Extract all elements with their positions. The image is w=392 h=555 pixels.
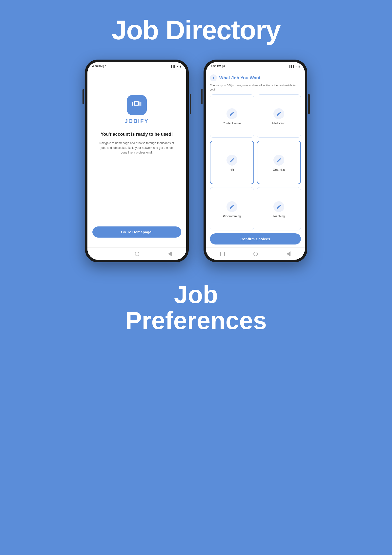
bottom-nav-1	[87, 247, 186, 260]
bottom-title-preferences: Preferences	[125, 307, 267, 334]
welcome-screen: JOBIFY You'r account is ready to be used…	[87, 70, 186, 247]
brand-name: JOBIFY	[125, 118, 149, 124]
graphics-icon-bg	[273, 155, 284, 166]
nav-triangle-icon-2[interactable]	[287, 251, 290, 256]
nav-square-icon[interactable]	[102, 252, 106, 256]
bottom-title-job: Job	[174, 282, 218, 307]
pref-subtitle: Choose up to 3-5 job categories and we w…	[206, 83, 305, 94]
battery-icon: ▮	[180, 65, 181, 68]
hr-icon-bg	[227, 155, 237, 166]
bottom-nav-2	[206, 247, 305, 260]
graphics-icon	[276, 157, 282, 163]
confirm-choices-button[interactable]: Confirm Choices	[210, 233, 301, 244]
back-arrow-icon	[212, 77, 214, 79]
programming-icon	[229, 204, 235, 209]
phone-2-inner: 4:38 PM | 0... ▐▐▐ ▲ ▮ What Job You Want…	[206, 62, 305, 260]
go-home-button[interactable]: Go To Homepage!	[92, 226, 181, 238]
nav-triangle-icon[interactable]	[168, 251, 172, 256]
category-graphics[interactable]: Graphics	[257, 141, 301, 184]
teaching-label: Teaching	[273, 215, 285, 218]
marketing-icon-bg	[273, 108, 284, 119]
page-title: Job Directory	[112, 15, 280, 45]
back-button[interactable]	[210, 74, 217, 81]
pref-screen-title: What Job You Want	[219, 75, 261, 81]
phone-1: 4:38 PM | 0... ▐▐▐ ▲ ▮ JOBIFY	[85, 60, 189, 262]
wifi-icon-2: ▲	[295, 65, 297, 68]
category-marketing[interactable]: Marketing	[257, 94, 301, 138]
nav-square-icon-2[interactable]	[220, 252, 225, 256]
hr-label: HR	[230, 168, 234, 172]
pref-header: What Job You Want	[206, 70, 305, 83]
phones-container: 4:38 PM | 0... ▐▐▐ ▲ ▮ JOBIFY	[85, 60, 307, 262]
welcome-desc: Navigate to homepage and browse through …	[92, 141, 181, 155]
preferences-screen: What Job You Want Choose up to 3-5 job c…	[206, 70, 305, 247]
phone-1-inner: 4:38 PM | 0... ▐▐▐ ▲ ▮ JOBIFY	[87, 62, 186, 260]
category-content-writer[interactable]: Content writer	[210, 94, 254, 138]
signal-icon-2: ▐▐▐	[289, 65, 294, 68]
signal-icon: ▐▐▐	[170, 65, 175, 68]
hr-icon	[229, 157, 235, 163]
megaphone-icon	[131, 100, 142, 111]
marketing-icon	[276, 111, 282, 116]
marketing-label: Marketing	[272, 122, 285, 125]
status-time-2: 4:38 PM | 0...	[211, 65, 227, 68]
welcome-title: You'r account is ready to be used!	[101, 132, 173, 137]
nav-circle-icon-2[interactable]	[253, 252, 258, 256]
graphics-label: Graphics	[273, 168, 285, 172]
content-writer-icon	[229, 111, 235, 116]
status-icons-1: ▐▐▐ ▲ ▮	[170, 65, 181, 68]
category-hr[interactable]: HR	[210, 141, 254, 184]
nav-circle-icon[interactable]	[135, 252, 139, 256]
category-programming[interactable]: Programming	[210, 187, 254, 230]
status-bar-2: 4:38 PM | 0... ▐▐▐ ▲ ▮	[206, 62, 305, 70]
teaching-icon-bg	[273, 201, 284, 212]
logo-icon	[127, 95, 147, 115]
bottom-texts: Job Preferences	[125, 282, 267, 334]
programming-label: Programming	[223, 215, 241, 218]
categories-grid: Content writer Marketing	[206, 94, 305, 230]
content-writer-icon-bg	[227, 108, 237, 119]
programming-icon-bg	[227, 201, 237, 212]
battery-icon-2: ▮	[298, 65, 300, 68]
phone-2: 4:38 PM | 0... ▐▐▐ ▲ ▮ What Job You Want…	[204, 60, 307, 262]
content-writer-label: Content writer	[223, 122, 241, 125]
status-time-1: 4:38 PM | 0...	[92, 65, 109, 68]
category-teaching[interactable]: Teaching	[257, 187, 301, 230]
status-icons-2: ▐▐▐ ▲ ▮	[289, 65, 300, 68]
status-bar-1: 4:38 PM | 0... ▐▐▐ ▲ ▮	[87, 62, 186, 70]
logo-container: JOBIFY	[125, 95, 149, 124]
teaching-icon	[276, 204, 282, 209]
wifi-icon: ▲	[176, 65, 179, 68]
